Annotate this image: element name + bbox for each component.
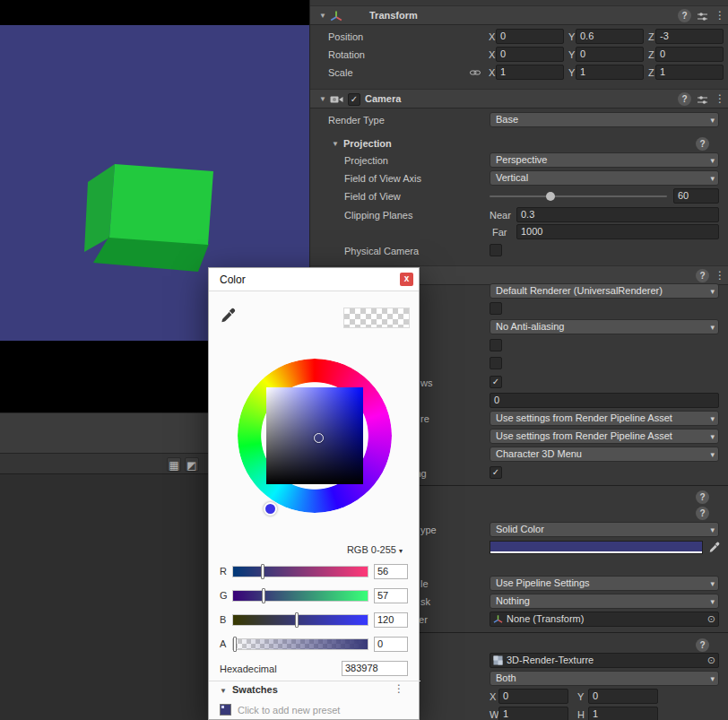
help-icon[interactable]: ?: [696, 137, 709, 151]
help-icon[interactable]: ?: [696, 638, 709, 652]
slider-thumb[interactable]: [295, 612, 299, 628]
rendering-checkbox[interactable]: [490, 302, 502, 315]
a-channel-field[interactable]: 0: [374, 637, 408, 652]
shadows-checkbox[interactable]: ✓: [490, 376, 502, 388]
help-icon[interactable]: ?: [678, 9, 691, 22]
far-field[interactable]: 1000: [516, 224, 719, 239]
render-type-label: Render Type: [328, 115, 385, 126]
antialiasing-dropdown[interactable]: No Anti-aliasing ▾: [490, 319, 719, 334]
foldout-arrow-icon[interactable]: ▼: [332, 140, 339, 148]
rotation-x-field[interactable]: 0: [496, 47, 564, 62]
scale-z-field[interactable]: 1: [655, 65, 724, 80]
projection-dropdown[interactable]: Perspective ▾: [490, 152, 719, 168]
near-field[interactable]: 0.3: [516, 207, 719, 222]
swatches-label[interactable]: Swatches: [232, 684, 278, 695]
more-menu-icon[interactable]: ⋮: [715, 9, 725, 22]
close-icon[interactable]: x: [400, 273, 413, 286]
occlusion-checkbox[interactable]: ✓: [490, 466, 502, 479]
render-type-dropdown[interactable]: Base ▾: [490, 112, 719, 127]
fov-value-field[interactable]: 60: [673, 188, 719, 204]
help-icon[interactable]: ?: [696, 269, 709, 282]
scale-label: Scale: [328, 67, 353, 78]
more-menu-icon[interactable]: ⋮: [394, 682, 404, 695]
presets-icon[interactable]: [697, 11, 708, 22]
slider-thumb[interactable]: [261, 564, 264, 579]
b-channel-label: B: [220, 614, 226, 625]
split-view-icon[interactable]: ◩: [185, 457, 199, 472]
r-channel-field[interactable]: 56: [374, 564, 408, 579]
slider-thumb[interactable]: [233, 637, 237, 652]
transform-header[interactable]: ▼ Transform ? ⋮: [310, 5, 728, 25]
object-picker-icon[interactable]: ⊙: [707, 612, 715, 626]
fov-slider-thumb[interactable]: [546, 192, 555, 201]
background-type-dropdown[interactable]: Solid Color ▾: [490, 522, 719, 537]
camera-enabled-checkbox[interactable]: ✓: [348, 93, 360, 106]
slider-thumb[interactable]: [262, 588, 265, 603]
a-channel-slider[interactable]: [232, 638, 368, 650]
background-color-swatch[interactable]: [490, 541, 703, 554]
eyedropper-icon[interactable]: [220, 308, 236, 324]
fov-slider[interactable]: [490, 195, 667, 197]
rotation-z-field[interactable]: 0: [655, 47, 724, 62]
color-window-titlebar[interactable]: Color x: [209, 268, 419, 291]
grid-view-icon[interactable]: ▦: [167, 457, 181, 472]
check-icon: ✓: [492, 467, 499, 477]
g-channel-slider[interactable]: [232, 590, 368, 602]
viewport-w-field[interactable]: 1: [498, 707, 568, 720]
volume-mode-dropdown[interactable]: Use Pipeline Settings ▾: [490, 576, 719, 591]
preset-swatch[interactable]: [220, 704, 231, 716]
rendering-checkbox[interactable]: [490, 339, 502, 351]
renderer-dropdown[interactable]: Default Renderer (UniversalRenderer) ▾: [490, 283, 719, 299]
foldout-arrow-icon[interactable]: ▼: [319, 95, 326, 103]
viewport-x-field[interactable]: 0: [498, 689, 568, 704]
rotation-y-field[interactable]: 0: [576, 47, 644, 62]
label-fragment: re: [420, 413, 429, 424]
help-icon[interactable]: ?: [696, 490, 709, 504]
priority-field[interactable]: 0: [490, 393, 719, 408]
g-channel-field[interactable]: 57: [374, 588, 408, 603]
eyedropper-icon[interactable]: [708, 542, 720, 553]
camera-header[interactable]: ▼ ✓ Camera ? ⋮: [310, 89, 728, 108]
object-picker-icon[interactable]: ⊙: [707, 654, 715, 667]
more-menu-icon[interactable]: ⋮: [715, 92, 725, 105]
more-menu-icon[interactable]: ⋮: [715, 269, 725, 282]
viewport-h-field[interactable]: 1: [588, 707, 658, 720]
foldout-arrow-icon[interactable]: ▼: [319, 12, 326, 20]
foldout-arrow-icon[interactable]: ▼: [220, 687, 227, 695]
r-channel-slider[interactable]: [232, 566, 368, 577]
viewport-y-field[interactable]: 0: [588, 689, 658, 704]
culling-mask-dropdown[interactable]: Character 3D Menu ▾: [490, 447, 719, 462]
position-y-field[interactable]: 0.6: [576, 29, 644, 44]
b-channel-field[interactable]: 120: [374, 612, 408, 628]
fov-axis-dropdown[interactable]: Vertical ▾: [490, 170, 719, 186]
hexadecimal-field[interactable]: 383978: [342, 661, 408, 676]
pipeline-setting-dropdown[interactable]: Use settings from Render Pipeline Asset …: [490, 429, 719, 444]
color-mode-dropdown[interactable]: RGB 0-255 ▾: [308, 544, 403, 555]
scale-x-field[interactable]: 1: [496, 65, 564, 80]
hue-indicator[interactable]: [264, 502, 277, 516]
add-preset-hint[interactable]: Click to add new preset: [238, 705, 340, 716]
position-row: Position X 0 Y 0.6 Z -3: [310, 28, 728, 46]
projection-section-row[interactable]: ▼ Projection ?: [310, 134, 728, 152]
rotation-label: Rotation: [328, 49, 365, 60]
volume-mask-dropdown[interactable]: Nothing ▾: [490, 594, 719, 609]
sv-indicator[interactable]: [314, 433, 324, 443]
transform-icon: [330, 10, 342, 22]
help-icon[interactable]: ?: [696, 507, 709, 520]
physical-camera-checkbox[interactable]: [490, 244, 502, 256]
target-eye-dropdown[interactable]: Both ▾: [490, 671, 719, 686]
b-channel-slider[interactable]: [232, 614, 368, 626]
rendering-checkbox[interactable]: [490, 357, 502, 369]
pipeline-setting-dropdown[interactable]: Use settings from Render Pipeline Asset …: [490, 411, 719, 426]
link-icon[interactable]: [470, 69, 481, 76]
green-cube[interactable]: [79, 137, 222, 281]
near-label: Near: [490, 210, 511, 221]
help-icon[interactable]: ?: [678, 92, 691, 106]
position-x-field[interactable]: 0: [496, 29, 564, 44]
scale-y-field[interactable]: 1: [576, 65, 644, 80]
output-texture-object-field[interactable]: 3D-Render-Texturre ⊙: [490, 653, 719, 668]
volume-trigger-object-field[interactable]: None (Transform) ⊙: [490, 612, 719, 627]
position-z-field[interactable]: -3: [655, 29, 724, 44]
presets-icon[interactable]: [697, 94, 708, 106]
h-axis-label: H: [577, 709, 585, 720]
